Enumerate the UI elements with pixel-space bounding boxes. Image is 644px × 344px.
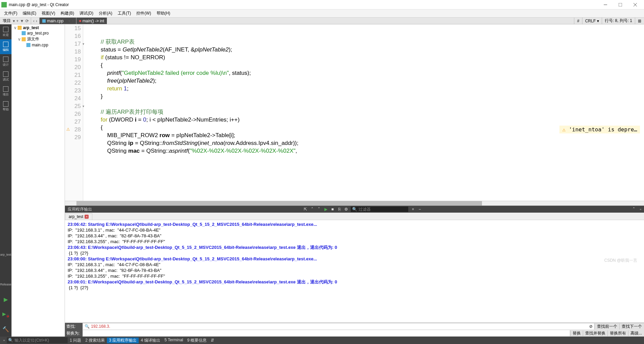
find-button[interactable]: 查找下一个 [619,324,644,329]
symbol-selector[interactable]: main() -> int [76,18,107,24]
menubar: 文件(F)编辑(E)视图(V)构建(B)调试(D)分析(A)工具(T)控件(W)… [0,9,644,18]
close-panel-icon[interactable]: ▫ [637,207,644,212]
tree-item[interactable]: v源文件 [12,36,64,42]
menu-item[interactable]: 调试(D) [77,10,96,17]
locator-placeholder: 输入以定位(Ctrl+K) [15,338,49,343]
chevron-down-icon: v [14,25,17,30]
bottom-panel-button[interactable]: 4 编译输出 [139,338,162,343]
pin-icon[interactable]: ⇱ [302,207,309,212]
output-title: 应用程序输出 [65,207,95,212]
tree-item[interactable]: main.cpp [12,42,64,48]
inline-warning[interactable]: 'inet_ntoa' is depre… [559,126,640,133]
find-label: 查找: [65,323,83,330]
svg-rect-0 [619,3,622,6]
bottom-panel-button[interactable]: 3 应用程序输出 [107,338,139,343]
sync-icon[interactable]: ⟳ [25,19,29,23]
project-tree: v arp_test arp_test.prov源文件main.cpp [12,24,65,337]
attach-icon[interactable]: ⎘ [336,207,343,212]
back-icon[interactable]: ‹ [32,19,35,23]
file-tab[interactable]: main.cpp [40,18,66,24]
run-icon[interactable]: ▶ [322,207,329,212]
build-button[interactable]: 🔨 [0,322,12,337]
project-selector[interactable]: 项目 ▾ + ▼ ⟳ [0,18,31,24]
close-button[interactable] [628,0,643,9]
tree-item[interactable]: arp_test.pro [12,30,64,36]
hash-indicator[interactable]: # [574,18,582,24]
bottom-panel-button[interactable]: 1 问题 [68,338,83,343]
replace-button[interactable]: 查找并替换 [583,330,607,336]
horizontal-scrollbar[interactable] [65,201,644,206]
symbol-icon [79,20,81,22]
filter-icon[interactable]: ▼ [19,19,25,23]
maximize-button[interactable] [613,0,628,9]
titlebar: main.cpp @ arp_test - Qt Creator [0,0,644,9]
replace-button[interactable]: 替换所有 [607,330,628,336]
replace-field[interactable] [83,330,570,336]
find-field[interactable]: 🔍 192.168.3. ⊘ [83,323,594,329]
tree-root-label: arp_test [23,25,39,30]
more-icon[interactable]: ⇵ [209,338,216,343]
forward-icon[interactable]: › [35,19,38,23]
minimize-button[interactable] [598,0,613,9]
gutter[interactable]: 151617181920212223242526272829 [65,24,83,201]
menu-item[interactable]: 文件(F) [1,10,20,17]
close-tab-icon[interactable]: × [71,19,75,23]
cursor-position[interactable]: 行号: 8, 列号: 1 [602,18,635,24]
file-tab-extras: ▾ × [66,18,76,24]
menu-item[interactable]: 分析(A) [96,10,115,17]
clear-icon[interactable]: ⊘ [589,324,593,329]
output-tabs: arp_test × [65,213,644,220]
tree-root[interactable]: v arp_test [12,25,64,30]
menu-item[interactable]: 编辑(E) [20,10,39,17]
find-button[interactable]: 查找前一个 [595,324,619,329]
bottom-panel-button[interactable]: 5 Terminal [162,338,185,343]
expand-icon[interactable]: ˄ [630,207,637,212]
search-icon: 🔍 [85,324,90,329]
settings-icon[interactable]: ⚙ [343,207,349,212]
kit-selector[interactable]: arp_test [0,247,12,262]
run-button[interactable]: ▶ [0,292,12,307]
chevron-down-icon[interactable]: ▾ [68,19,71,23]
mode-编辑[interactable]: 编辑 [0,39,12,54]
file-icon [42,19,46,23]
code-editor[interactable]: 151617181920212223242526272829 // 获取ARP表… [65,24,644,201]
output-body[interactable]: 23:06:42: Starting E:\Workspace\Qt\build… [65,220,644,323]
kit-selector[interactable] [0,262,12,277]
nav-buttons: ‹ › [31,18,40,24]
code[interactable]: // 获取ARP表 status = GetIpNetTable2(AF_INE… [83,24,644,201]
plus-icon[interactable]: + [16,19,19,23]
split-icon[interactable]: ⊞ [635,18,644,24]
mode-设计[interactable]: 设计 [0,54,12,69]
menu-item[interactable]: 工具(T) [115,10,134,17]
menu-item[interactable]: 视图(V) [39,10,58,17]
debug-run-button[interactable]: ▶🐞 [0,307,12,322]
line-ending-indicator[interactable]: CRLF ▾ [582,18,602,24]
down-icon[interactable]: ˅ [316,207,322,212]
bottom-panel-button[interactable]: 9 概要信息 [185,338,209,343]
remove-icon[interactable]: − [416,207,423,212]
replace-button[interactable]: 替换 [570,330,583,336]
output-tab[interactable]: arp_test × [65,213,92,220]
close-icon[interactable]: × [85,215,89,219]
symbol-label: main() -> int [83,19,104,23]
find-value: 192.168.3. [91,324,110,329]
mode-帮助[interactable]: 帮助 [0,99,12,114]
menu-item[interactable]: 帮助(H) [154,10,173,17]
output-header: 应用程序输出 ⇱ ˄ ˅ ▶ ■ ⎘ ⚙ 🔍 过滤器 + − ˄ ▫ [65,206,644,213]
up-icon[interactable]: ˄ [309,207,316,212]
search-bar: 查找: 🔍 192.168.3. ⊘ 查找前一个查找下一个 替换为: 替换查找并… [65,323,644,337]
kit-selector[interactable]: Release [0,277,12,292]
views-icon[interactable]: ▫ [1,338,7,343]
replace-button[interactable]: 高级... [628,330,644,336]
add-icon[interactable]: + [410,207,416,212]
bottom-panel-button[interactable]: 2 搜索结果 [83,338,107,343]
output-filter[interactable]: 🔍 过滤器 [351,207,408,212]
locator[interactable]: 🔍 输入以定位(Ctrl+K) [7,337,68,343]
menu-item[interactable]: 控件(W) [134,10,154,17]
stop-icon[interactable]: ■ [329,207,336,212]
menu-item[interactable]: 构建(B) [58,10,77,17]
mode-调试[interactable]: 调试 [0,69,12,84]
mode-欢迎[interactable]: 欢迎 [0,24,12,39]
mode-项目[interactable]: 项目 [0,84,12,99]
folder-icon [18,26,22,30]
